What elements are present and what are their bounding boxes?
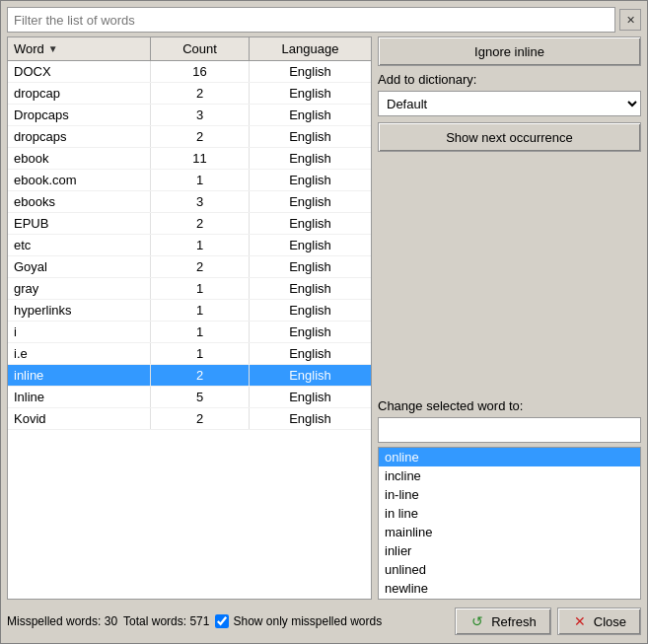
close-icon: ✕ xyxy=(572,613,588,629)
filter-input[interactable] xyxy=(7,7,615,33)
cell-language: English xyxy=(250,213,371,234)
cell-word: Dropcaps xyxy=(8,105,151,125)
table-row[interactable]: hyperlinks 1 English xyxy=(8,300,371,322)
cell-count: 1 xyxy=(151,343,250,364)
cell-language: English xyxy=(250,83,371,104)
table-header: Word ▼ Count Language xyxy=(8,37,371,61)
table-row[interactable]: etc 1 English xyxy=(8,235,371,256)
suggestion-item[interactable]: inland xyxy=(379,598,640,600)
refresh-button[interactable]: ↺ Refresh xyxy=(455,608,551,635)
col-header-language[interactable]: Language xyxy=(250,37,371,60)
refresh-icon: ↺ xyxy=(469,613,485,629)
suggestion-item[interactable]: incline xyxy=(379,466,640,485)
cell-count: 2 xyxy=(151,365,250,386)
suggestion-item[interactable]: newline xyxy=(379,579,640,598)
cell-count: 1 xyxy=(151,300,250,321)
cell-word: EPUB xyxy=(8,213,151,234)
table-row[interactable]: ebooks 3 English xyxy=(8,191,371,213)
table-row[interactable]: Kovid 2 English xyxy=(8,408,371,430)
total-words: Total words: 571 xyxy=(123,614,209,628)
table-row[interactable]: ebook.com 1 English xyxy=(8,170,371,191)
table-row[interactable]: i.e 1 English xyxy=(8,343,371,365)
show-misspelled-text: Show only misspelled words xyxy=(233,614,382,628)
cell-word: i xyxy=(8,322,151,342)
word-header-label: Word xyxy=(14,41,44,56)
col-header-count[interactable]: Count xyxy=(151,37,250,60)
ignore-inline-button[interactable]: Ignore inline xyxy=(378,36,641,66)
table-row[interactable]: gray 1 English xyxy=(8,278,371,300)
cell-count: 3 xyxy=(151,105,250,125)
cell-word: i.e xyxy=(8,343,151,364)
change-word-input[interactable]: online xyxy=(378,417,641,443)
cell-count: 2 xyxy=(151,408,250,429)
change-word-label: Change selected word to: xyxy=(378,398,641,413)
cell-language: English xyxy=(250,300,371,321)
add-to-dictionary-section: Add to dictionary: Default xyxy=(378,72,641,116)
cell-language: English xyxy=(250,278,371,299)
bottom-bar: Misspelled words: 30 Total words: 571 Sh… xyxy=(7,604,641,637)
suggestion-item[interactable]: mainline xyxy=(379,523,640,541)
table-row[interactable]: EPUB 2 English xyxy=(8,213,371,235)
table-row[interactable]: Goyal 2 English xyxy=(8,256,371,278)
cell-count: 1 xyxy=(151,235,250,255)
cell-language: English xyxy=(250,148,371,169)
language-header-label: Language xyxy=(282,41,339,56)
clear-filter-button[interactable]: ✕ xyxy=(619,9,641,31)
cell-word: gray xyxy=(8,278,151,299)
cell-count: 3 xyxy=(151,191,250,212)
cell-word: DOCX xyxy=(8,61,151,82)
suggestion-item[interactable]: online xyxy=(379,448,640,466)
table-row[interactable]: dropcaps 2 English xyxy=(8,126,371,148)
cell-word: Goyal xyxy=(8,256,151,277)
cell-word: Inline xyxy=(8,387,151,407)
cell-word: etc xyxy=(8,235,151,255)
cell-count: 1 xyxy=(151,170,250,190)
table-row[interactable]: dropcap 2 English xyxy=(8,83,371,105)
cell-count: 5 xyxy=(151,387,250,407)
add-to-dictionary-label: Add to dictionary: xyxy=(378,72,641,87)
show-misspelled-label[interactable]: Show only misspelled words xyxy=(215,614,382,628)
close-label: Close xyxy=(594,614,626,629)
suggestion-item[interactable]: inlier xyxy=(379,541,640,560)
suggestion-item[interactable]: unlined xyxy=(379,560,640,579)
col-header-word[interactable]: Word ▼ xyxy=(8,37,151,60)
cell-word: hyperlinks xyxy=(8,300,151,321)
cell-count: 16 xyxy=(151,61,250,82)
cell-word: dropcap xyxy=(8,83,151,104)
change-word-section: Change selected word to: online onlinein… xyxy=(378,398,641,600)
cell-language: English xyxy=(250,105,371,125)
show-misspelled-checkbox[interactable] xyxy=(215,614,229,628)
show-next-button[interactable]: Show next occurrence xyxy=(378,122,641,152)
cell-language: English xyxy=(250,191,371,212)
word-table: Word ▼ Count Language DOCX 16 English dr… xyxy=(7,36,372,600)
cell-language: English xyxy=(250,256,371,277)
cell-language: English xyxy=(250,61,371,82)
cell-word: dropcaps xyxy=(8,126,151,147)
bottom-buttons: ↺ Refresh ✕ Close xyxy=(455,608,641,635)
suggestion-item[interactable]: in line xyxy=(379,504,640,523)
cell-language: English xyxy=(250,408,371,429)
suggestions-list: onlineinclinein-linein linemainlineinlie… xyxy=(378,447,641,600)
cell-language: English xyxy=(250,322,371,342)
refresh-label: Refresh xyxy=(491,614,537,629)
cell-count: 1 xyxy=(151,278,250,299)
right-panel: Ignore inline Add to dictionary: Default… xyxy=(378,36,641,600)
table-row[interactable]: Inline 5 English xyxy=(8,387,371,408)
cell-count: 2 xyxy=(151,213,250,234)
cell-language: English xyxy=(250,343,371,364)
main-area: Word ▼ Count Language DOCX 16 English dr… xyxy=(7,36,641,600)
filter-bar: ✕ xyxy=(7,7,641,33)
table-row[interactable]: i 1 English xyxy=(8,322,371,343)
suggestion-item[interactable]: in-line xyxy=(379,485,640,504)
cell-count: 2 xyxy=(151,83,250,104)
table-row[interactable]: DOCX 16 English xyxy=(8,61,371,83)
cell-count: 2 xyxy=(151,126,250,147)
cell-language: English xyxy=(250,170,371,190)
dictionary-select[interactable]: Default xyxy=(378,91,641,116)
table-row[interactable]: ebook 11 English xyxy=(8,148,371,170)
close-button[interactable]: ✕ Close xyxy=(557,608,641,635)
cell-language: English xyxy=(250,365,371,386)
table-row[interactable]: inline 2 English xyxy=(8,365,371,387)
table-row[interactable]: Dropcaps 3 English xyxy=(8,105,371,126)
cell-language: English xyxy=(250,387,371,407)
